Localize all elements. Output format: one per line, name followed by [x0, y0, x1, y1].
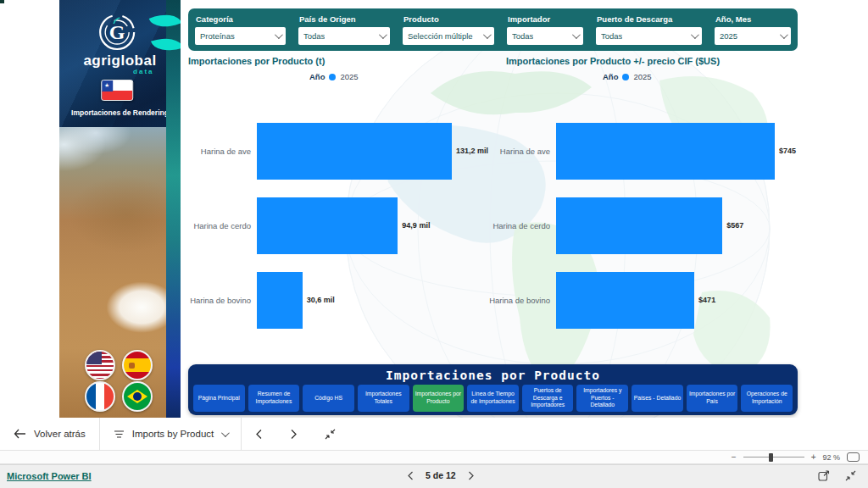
filter-bar: CategoríaProteínasPaís de OrigenTodasPro…	[188, 8, 798, 51]
value-label: $745	[779, 147, 796, 155]
fullscreen-button[interactable]	[845, 470, 856, 481]
bar-chart-tons: Harina de ave131,2 milHarina de cerdo94,…	[185, 114, 500, 337]
chart-title-right: Importaciones por Producto +/- precio CI…	[452, 56, 774, 66]
report-canvas: G agriglobal data Importaciones de Rende…	[0, 0, 868, 418]
nav-tab-11[interactable]: Operaciones de Importación	[741, 385, 793, 412]
filter-label: País de Origen	[299, 14, 390, 24]
nav-tab-9[interactable]: Países - Detallado	[632, 385, 683, 412]
spain-flag-button[interactable]	[122, 350, 153, 380]
back-label: Volver atrás	[34, 429, 86, 439]
back-button[interactable]: Volver atrás	[0, 418, 99, 450]
corner-artifact	[0, 0, 4, 3]
bar-harina-de-bovino[interactable]	[556, 272, 694, 329]
fit-to-page-button[interactable]	[847, 452, 860, 462]
next-page-button[interactable]	[276, 418, 311, 450]
bar-harina-de-ave[interactable]	[556, 123, 775, 180]
chile-flag-canton	[102, 80, 113, 92]
power-bi-report-page: G agriglobal data Importaciones de Rende…	[0, 0, 868, 488]
chart-title-left: Importaciones por Producto (t)	[188, 56, 325, 66]
legend-entry: 2025	[633, 72, 651, 81]
filter-dropdown[interactable]: Todas	[298, 27, 390, 45]
zoom-slider-handle[interactable]	[769, 453, 773, 462]
plot-area: 131,2 mil	[257, 114, 500, 188]
filter-6: Año, Mes2025	[715, 14, 791, 51]
prev-page-button[interactable]	[242, 418, 276, 450]
dashboard-canvas: CategoríaProteínasPaís de OrigenTodasPro…	[181, 0, 868, 418]
nav-tabs: Página PrincipalResumen de Importaciones…	[193, 385, 793, 412]
chart-row: Harina de bovino30,6 mil	[185, 263, 500, 337]
filter-dropdown[interactable]: Todas	[507, 27, 583, 45]
sidebar-accent-strip	[166, 0, 181, 418]
value-label: $471	[698, 296, 715, 304]
footer-actions	[818, 470, 856, 481]
powerbi-footer: Microsoft Power BI 5 de 12	[0, 464, 868, 488]
chevron-down-icon	[379, 30, 387, 39]
nav-tab-8[interactable]: Importadores y Puertos - Detallado	[576, 385, 628, 412]
filter-label: Año, Mes	[715, 14, 791, 24]
nav-tab-1[interactable]: Página Principal	[193, 385, 245, 412]
zoom-slider[interactable]	[743, 453, 804, 462]
chart-row: Harina de cerdo$567	[480, 188, 802, 263]
chevron-down-icon	[221, 429, 230, 437]
plot-area: $471	[556, 263, 802, 337]
category-label: Harina de ave	[185, 147, 257, 156]
page-indicator: 5 de 12	[426, 470, 456, 480]
value-label: $567	[726, 221, 743, 230]
page-pager: 5 de 12	[407, 470, 475, 480]
plot-area: 94,9 mil	[257, 188, 500, 263]
filter-value: Todas	[512, 31, 533, 41]
plot-area: $567	[556, 188, 802, 263]
value-label: 94,9 mil	[402, 221, 430, 230]
chevron-left-icon	[255, 429, 263, 440]
sidebar-subtitle: Importaciones de Rendering	[59, 108, 181, 117]
filter-value: Todas	[601, 31, 622, 41]
zoom-bar: − + 92 %	[0, 451, 868, 464]
nav-tab-7[interactable]: Puertos de Descarga e Importadores	[522, 385, 574, 412]
filter-label: Puerto de Descarga	[597, 14, 702, 24]
bar-harina-de-cerdo[interactable]	[556, 197, 722, 254]
france-flag-button[interactable]	[85, 381, 115, 412]
share-button[interactable]	[818, 470, 830, 481]
chevron-down-icon	[780, 30, 788, 39]
nav-tab-5[interactable]: Importaciones por Producto	[413, 385, 465, 412]
filter-label: Producto	[403, 14, 494, 24]
nav-tab-4[interactable]: Importaciones Totales	[358, 385, 409, 412]
filter-dropdown[interactable]: 2025	[715, 27, 791, 45]
chevron-right-icon	[290, 429, 298, 440]
nav-tab-6[interactable]: Línea de Tiempo de Importaciones	[467, 385, 519, 412]
category-label: Harina de cerdo	[480, 221, 556, 230]
category-label: Harina de bovino	[480, 296, 556, 305]
zoom-out-button[interactable]: −	[732, 453, 737, 462]
report-list-icon	[114, 430, 125, 439]
filter-dropdown[interactable]: Todas	[596, 27, 702, 45]
agriglobal-logo-icon: G	[97, 12, 137, 56]
pager-prev-button[interactable]	[407, 471, 414, 480]
legend-title: Año	[309, 72, 325, 81]
bar-harina-de-bovino[interactable]	[257, 272, 303, 329]
chile-flag	[101, 80, 133, 101]
filter-dropdown[interactable]: Proteínas	[195, 27, 286, 45]
legend-dot-icon	[329, 74, 336, 80]
zoom-in-button[interactable]: +	[811, 453, 816, 462]
zoom-level: 92 %	[822, 453, 840, 462]
filter-dropdown[interactable]: Selección múltiple	[403, 27, 494, 45]
usa-flag-button[interactable]	[85, 350, 115, 380]
legend-dot-icon	[622, 74, 629, 80]
collapse-toolbar-button[interactable]	[311, 418, 349, 450]
report-selector-dropdown[interactable]: Imports by Product	[100, 418, 242, 450]
bar-harina-de-ave[interactable]	[257, 123, 452, 180]
chevron-down-icon	[275, 30, 283, 39]
chevron-down-icon	[691, 30, 699, 39]
chevron-down-icon	[572, 30, 581, 39]
brazil-flag-button[interactable]	[122, 381, 153, 412]
powerbi-link[interactable]: Microsoft Power BI	[7, 471, 92, 481]
bar-harina-de-cerdo[interactable]	[257, 197, 398, 254]
pager-next-button[interactable]	[468, 471, 475, 480]
nav-tab-3[interactable]: Código HS	[303, 385, 354, 412]
filter-value: Selección múltiple	[408, 31, 473, 41]
legend-title: Año	[603, 72, 618, 81]
nav-tab-2[interactable]: Resumen de Importaciones	[248, 385, 300, 412]
nav-tab-10[interactable]: Importaciones por País	[687, 385, 738, 412]
brand-name: agriglobal	[59, 53, 181, 69]
filter-label: Importador	[508, 14, 583, 24]
